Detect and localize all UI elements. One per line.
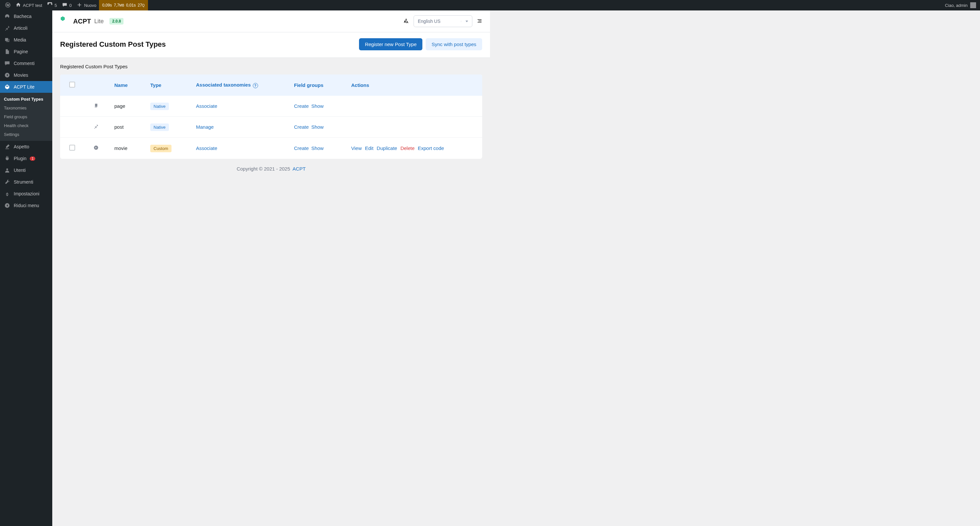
- plugin-icon: [4, 155, 10, 162]
- updates-count: 5: [54, 3, 57, 8]
- type-badge: Custom: [150, 145, 172, 152]
- user-icon: [4, 167, 10, 174]
- sidebar-item-impostazioni[interactable]: Impostazioni: [0, 188, 52, 199]
- sidebar-item-plugin[interactable]: Plugin1: [0, 153, 52, 164]
- column-header-name[interactable]: Name: [109, 75, 145, 96]
- arrow-left-icon: [4, 72, 10, 78]
- copy-icon: [94, 104, 99, 109]
- pin-icon: [4, 25, 10, 31]
- site-name-link[interactable]: ACPT test: [13, 0, 45, 10]
- footer: Copyright © 2021 - 2025 ACPT: [60, 159, 482, 179]
- cpt-name: movie: [109, 137, 145, 159]
- sidebar-submenu: Custom Post TypesTaxonomiesField groupsH…: [0, 93, 52, 141]
- row-checkbox[interactable]: [69, 145, 75, 151]
- sidebar-item-label: ACPT Lite: [14, 84, 35, 89]
- sidebar-item-label: Impostazioni: [14, 191, 40, 196]
- sidebar-item-aspetto[interactable]: Aspetto: [0, 141, 52, 153]
- sidebar-item-label: Movies: [14, 73, 28, 78]
- sidebar-subitem-taxonomies[interactable]: Taxonomies: [0, 104, 52, 112]
- field-group-show-link[interactable]: Show: [311, 145, 324, 151]
- copyright-text: Copyright © 2021 - 2025: [237, 166, 290, 172]
- select-all-checkbox[interactable]: [69, 82, 75, 88]
- plugin-update-badge: 1: [30, 156, 36, 161]
- brush-icon: [4, 143, 10, 150]
- qm-time1: 0,09s: [102, 3, 112, 8]
- table-row: movieCustomAssociateCreateShowViewEditDu…: [60, 137, 482, 159]
- column-header-taxonomies[interactable]: Associated taxonomies?: [191, 75, 289, 96]
- new-content-link[interactable]: Nuovo: [74, 0, 99, 10]
- table-row: pageNativeAssociateCreateShow: [60, 96, 482, 116]
- sidebar-item-articoli[interactable]: Articoli: [0, 22, 52, 34]
- cpt-name: post: [109, 116, 145, 137]
- sidebar-item-bacheca[interactable]: Bacheca: [0, 10, 52, 22]
- sidebar-item-label: Utenti: [14, 167, 26, 173]
- sidebar-item-label: Aspetto: [14, 144, 29, 149]
- wp-logo[interactable]: ⓦ: [3, 0, 13, 10]
- sidebar-item-strumenti[interactable]: Strumenti: [0, 176, 52, 188]
- field-group-create-link[interactable]: Create: [294, 145, 309, 151]
- language-select[interactable]: English US: [414, 15, 473, 27]
- sidebar-item-label: Plugin: [14, 156, 27, 161]
- brand-lite: Lite: [94, 18, 103, 25]
- comment-icon: [4, 60, 10, 67]
- box-icon: [4, 84, 10, 90]
- sidebar-item-label: Riduci menu: [14, 203, 39, 208]
- help-icon[interactable]: ?: [253, 83, 258, 88]
- sidebar-item-utenti[interactable]: Utenti: [0, 164, 52, 176]
- column-header-icon: [83, 75, 109, 96]
- updates-link[interactable]: 5: [45, 0, 59, 10]
- brand-logo-icon: [60, 16, 70, 27]
- sidebar-item-acpt-lite[interactable]: ACPT Lite: [0, 81, 52, 93]
- sidebar-item-label: Commenti: [14, 61, 35, 66]
- taxonomy-link[interactable]: Manage: [196, 124, 214, 130]
- translate-icon[interactable]: [404, 18, 409, 24]
- field-group-create-link[interactable]: Create: [294, 124, 309, 130]
- main-content: ACPT Lite 2.0.8 English US Registered Cu…: [52, 10, 490, 263]
- media-icon: [4, 37, 10, 43]
- sidebar-item-commenti[interactable]: Commenti: [0, 57, 52, 69]
- new-label: Nuovo: [84, 3, 96, 8]
- sidebar-subitem-health-check[interactable]: Health check: [0, 121, 52, 130]
- svg-point-1: [6, 169, 8, 170]
- qm-mem: 7,7MB: [114, 3, 124, 8]
- svg-point-2: [6, 194, 8, 195]
- sidebar-subitem-field-groups[interactable]: Field groups: [0, 112, 52, 121]
- language-selected: English US: [414, 16, 461, 27]
- sidebar-subitem-settings[interactable]: Settings: [0, 130, 52, 139]
- column-header-actions[interactable]: Actions: [346, 75, 482, 96]
- action-duplicate-link[interactable]: Duplicate: [377, 145, 397, 151]
- sidebar-item-label: Media: [14, 37, 26, 43]
- field-group-show-link[interactable]: Show: [311, 103, 324, 109]
- sidebar-item-riduci-menu[interactable]: Riduci menu: [0, 199, 52, 211]
- dashboard-icon: [4, 13, 10, 20]
- sync-button[interactable]: Sync with post types: [426, 38, 482, 50]
- sidebar-item-pagine[interactable]: Pagine: [0, 46, 52, 57]
- type-badge: Native: [150, 123, 169, 131]
- cpt-table: Name Type Associated taxonomies? Field g…: [60, 75, 482, 159]
- sidebar-item-label: Pagine: [14, 49, 28, 54]
- table-row: postNativeManageCreateShow: [60, 116, 482, 137]
- taxonomy-link[interactable]: Associate: [196, 145, 217, 151]
- action-delete-link[interactable]: Delete: [401, 145, 415, 151]
- field-group-create-link[interactable]: Create: [294, 103, 309, 109]
- action-export-code-link[interactable]: Export code: [418, 145, 444, 151]
- page-icon: [4, 48, 10, 55]
- register-new-button[interactable]: Register new Post Type: [359, 38, 422, 50]
- menu-icon[interactable]: [477, 18, 482, 24]
- column-header-fields[interactable]: Field groups: [289, 75, 346, 96]
- query-monitor[interactable]: 0,09s 7,7MB 0,01s 27Q: [99, 0, 148, 10]
- brand[interactable]: ACPT Lite 2.0.8: [60, 16, 124, 27]
- action-view-link[interactable]: View: [351, 145, 362, 151]
- type-badge: Native: [150, 103, 169, 110]
- refresh-icon: [48, 2, 52, 8]
- comments-link[interactable]: 0: [59, 0, 74, 10]
- qm-time2: 0,01s: [126, 3, 135, 8]
- sidebar-item-media[interactable]: Media: [0, 34, 52, 46]
- action-edit-link[interactable]: Edit: [365, 145, 373, 151]
- column-header-type[interactable]: Type: [145, 75, 191, 96]
- taxonomy-link[interactable]: Associate: [196, 103, 217, 109]
- sidebar-item-movies[interactable]: Movies: [0, 69, 52, 81]
- sidebar-subitem-custom-post-types[interactable]: Custom Post Types: [0, 95, 52, 104]
- field-group-show-link[interactable]: Show: [311, 124, 324, 130]
- footer-link[interactable]: ACPT: [293, 166, 306, 172]
